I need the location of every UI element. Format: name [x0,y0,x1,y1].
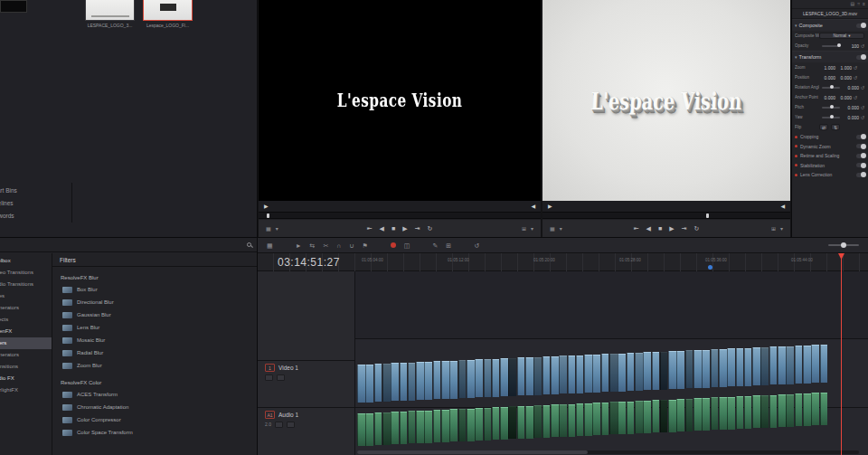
timeline-video-clip[interactable] [559,355,567,393]
slider-knob[interactable] [830,115,834,118]
filter-item-mosaic-blur[interactable]: Mosaic Blur [52,334,257,346]
effects-nav-filters[interactable]: Filters [0,337,52,349]
timeline-audio-clip[interactable] [533,405,542,438]
inspector-search-icon[interactable]: ⌗ [857,2,860,6]
slider-knob[interactable] [830,85,834,89]
timeline-audio-clip[interactable] [736,396,744,429]
timeline-video-clip[interactable] [786,346,794,384]
timeline-audio-clip[interactable] [433,410,441,442]
timeline-video-clip[interactable] [475,359,483,397]
timeline-video-clip[interactable] [492,359,500,397]
timeline-audio-clip[interactable] [820,393,828,425]
filter-item-color-compressor[interactable]: Color Compressor [52,413,257,426]
filter-item-chromatic-adaptation[interactable]: Chromatic Adaptation [52,401,257,413]
timeline-video-clip[interactable] [568,355,576,393]
timeline-marker-blue[interactable] [708,265,712,270]
y-value[interactable]: 0.000 [835,75,852,81]
viewer-zoom-icon[interactable]: ▦ [550,225,555,232]
loop-icon[interactable]: ↻ [693,225,699,232]
razor-tool-icon[interactable]: ✂ [323,242,328,249]
timeline-audio-clip[interactable] [811,393,819,425]
timeline-video-clip[interactable] [719,349,727,387]
timeline-audio-clip[interactable] [408,411,416,443]
opacity-slider[interactable] [822,45,840,47]
timeline-video-clip[interactable] [811,345,819,383]
timeline-audio-clip[interactable] [627,402,635,434]
timeline-audio-clip[interactable] [702,398,710,431]
timeline-video-clip[interactable] [525,357,533,395]
play-icon[interactable]: ▶ [402,225,407,232]
reset-icon[interactable]: ↺ [859,43,866,49]
timeline-audio-clip[interactable] [795,393,803,426]
timeline-audio-clip[interactable] [676,399,684,431]
timeline-audio-clip[interactable] [719,397,727,430]
timeline-video-clip[interactable] [433,361,441,399]
viewer-scrub-bar[interactable] [542,212,790,219]
timeline-zoom-slider[interactable] [828,244,859,246]
timeline-audio-clip[interactable] [727,397,735,430]
jump-last-frame-icon[interactable]: ⇥ [682,225,687,232]
timeline-audio-clip[interactable] [449,409,458,441]
inspector-menu-icon[interactable]: ≡ [863,2,865,6]
section-transform[interactable]: ▾Transform [792,51,868,62]
timeline-audio-clip[interactable] [693,398,702,431]
slider-knob[interactable] [830,105,834,109]
timeline-video-clip[interactable] [576,355,584,393]
timeline-audio-clip[interactable] [391,412,399,444]
timeline-video-clip[interactable] [416,362,424,400]
filter-item-directional-blur[interactable]: Directional Blur [52,296,257,308]
filter-item-lens-blur[interactable]: Lens Blur [52,321,257,334]
timeline-video-clip[interactable] [382,364,391,402]
timeline-video-clip[interactable] [676,351,684,389]
section-stabilization[interactable]: Stabilization [792,161,868,171]
effects-nav-generators[interactable]: Generators [0,349,52,361]
timeline-audio-clip[interactable] [609,402,618,434]
timeline-video-clip[interactable] [365,365,373,403]
effects-nav-video-transitions[interactable]: Video Transitions [0,267,52,279]
filter-item-color-space-transform[interactable]: Color Space Transform [52,426,257,439]
viewer-menu-icon[interactable]: ▾ [780,225,783,232]
clip-thumbnail[interactable] [85,0,135,21]
timeline-view-options-icon[interactable]: ▦ [267,242,273,249]
timeline-audio-clip[interactable] [492,407,500,440]
track-auto-select-icon[interactable] [277,374,285,381]
timeline-audio-clip[interactable] [357,413,365,446]
timeline-video-clip[interactable] [467,360,475,398]
clip-thumbnail[interactable] [143,0,193,21]
pitch-slider[interactable] [822,107,840,109]
effects-nav-effects[interactable]: Effects [0,314,52,326]
timeline-audio-clip[interactable] [416,411,424,443]
y-value[interactable]: 1.000 [835,65,852,71]
x-value[interactable]: 0.000 [819,95,835,100]
timeline-audio-clip[interactable] [374,412,382,445]
timeline-video-clip[interactable] [400,363,408,401]
viewer-tools-icon[interactable]: ⊞ [771,225,776,232]
section-enable-toggle[interactable] [856,144,866,148]
timeline-video-clip[interactable] [769,346,778,384]
scrollbar-handle[interactable] [357,450,588,454]
snapping-icon[interactable]: ∪ [349,242,354,249]
sidebar-item-timelines[interactable]: Timelines [0,197,71,210]
timeline-video-clip[interactable] [449,361,458,399]
timeline-audio-clip[interactable] [508,406,516,439]
timeline-ruler[interactable]: 01:05:04:0001:05:12:0001:05:20:0001:05:2… [258,253,868,271]
marker-color-icon[interactable]: ● [391,242,396,248]
filter-item-aces-transform[interactable]: ACES Transform [52,388,257,401]
undo-icon[interactable]: ↺ [474,242,479,249]
video-destination-button[interactable]: 1 [265,364,275,372]
viewer-scrub-bar[interactable] [259,212,541,219]
effects-nav-fairlightfx[interactable]: FairlightFX [0,384,52,396]
audio-destination-button[interactable]: A1 [265,411,275,419]
timeline-audio-clip[interactable] [769,395,778,428]
section-cropping[interactable]: Cropping [792,132,868,142]
effects-nav-toolbox[interactable]: Toolbox [0,255,52,267]
timeline-video-clip[interactable] [795,346,803,384]
timeline-video-clip[interactable] [820,345,828,383]
timeline-video-clip[interactable] [643,352,651,390]
search-icon[interactable] [247,242,251,247]
in-point-icon[interactable]: ▶ [264,203,269,209]
filter-item-zoom-blur[interactable]: Zoom Blur [52,359,257,372]
timeline-audio-clip[interactable] [382,412,391,445]
jump-first-frame-icon[interactable]: ⇤ [367,225,373,232]
viewer-options-icon[interactable]: ▾ [560,225,562,232]
